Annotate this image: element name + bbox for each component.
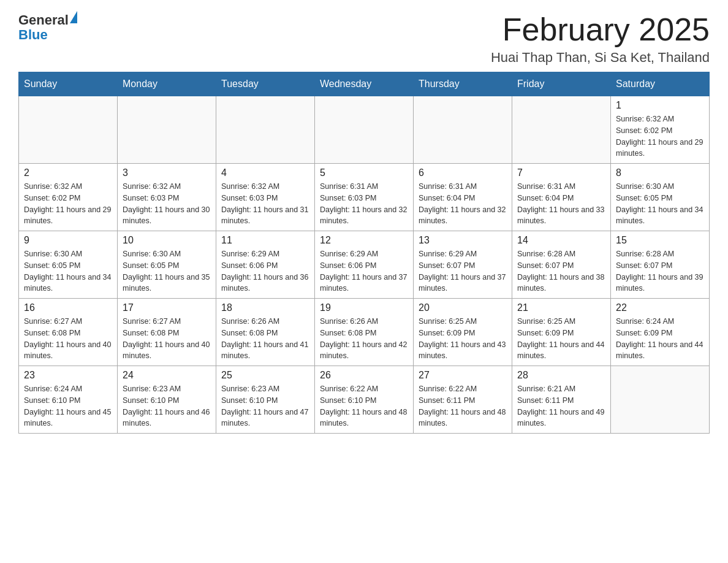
day-number: 22 (616, 302, 704, 313)
calendar-week-row: 9Sunrise: 6:30 AM Sunset: 6:05 PM Daylig… (19, 231, 710, 299)
day-info: Sunrise: 6:30 AM Sunset: 6:05 PM Dayligh… (24, 248, 112, 294)
day-number: 11 (221, 235, 309, 246)
calendar-cell: 3Sunrise: 6:32 AM Sunset: 6:03 PM Daylig… (118, 164, 216, 231)
calendar-cell: 10Sunrise: 6:30 AM Sunset: 6:05 PM Dayli… (118, 231, 216, 299)
day-number: 28 (517, 370, 605, 381)
day-info: Sunrise: 6:23 AM Sunset: 6:10 PM Dayligh… (123, 383, 211, 429)
day-number: 1 (616, 100, 704, 111)
day-info: Sunrise: 6:27 AM Sunset: 6:08 PM Dayligh… (123, 316, 211, 362)
day-info: Sunrise: 6:30 AM Sunset: 6:05 PM Dayligh… (123, 248, 211, 294)
calendar-cell (118, 96, 216, 164)
calendar-cell: 23Sunrise: 6:24 AM Sunset: 6:10 PM Dayli… (19, 366, 118, 434)
day-info: Sunrise: 6:23 AM Sunset: 6:10 PM Dayligh… (221, 383, 309, 429)
calendar-cell: 7Sunrise: 6:31 AM Sunset: 6:04 PM Daylig… (512, 164, 611, 231)
logo-text-blue: Blue (18, 27, 48, 42)
month-title: February 2025 (491, 12, 710, 47)
weekday-header-tuesday: Tuesday (216, 72, 315, 96)
calendar-cell: 15Sunrise: 6:28 AM Sunset: 6:07 PM Dayli… (611, 231, 710, 299)
calendar-cell: 18Sunrise: 6:26 AM Sunset: 6:08 PM Dayli… (216, 299, 315, 366)
calendar-cell: 9Sunrise: 6:30 AM Sunset: 6:05 PM Daylig… (19, 231, 118, 299)
day-number: 16 (24, 302, 112, 313)
calendar-cell: 16Sunrise: 6:27 AM Sunset: 6:08 PM Dayli… (19, 299, 118, 366)
calendar-week-row: 16Sunrise: 6:27 AM Sunset: 6:08 PM Dayli… (19, 299, 710, 366)
day-info: Sunrise: 6:25 AM Sunset: 6:09 PM Dayligh… (419, 316, 507, 362)
weekday-header-row: SundayMondayTuesdayWednesdayThursdayFrid… (19, 72, 710, 96)
day-number: 21 (517, 302, 605, 313)
calendar-cell (414, 96, 512, 164)
day-number: 2 (24, 167, 112, 178)
calendar-cell: 14Sunrise: 6:28 AM Sunset: 6:07 PM Dayli… (512, 231, 611, 299)
calendar-cell (512, 96, 611, 164)
calendar-cell: 20Sunrise: 6:25 AM Sunset: 6:09 PM Dayli… (414, 299, 512, 366)
day-number: 18 (221, 302, 309, 313)
day-info: Sunrise: 6:26 AM Sunset: 6:08 PM Dayligh… (221, 316, 309, 362)
day-info: Sunrise: 6:32 AM Sunset: 6:03 PM Dayligh… (123, 181, 211, 227)
day-number: 24 (123, 370, 211, 381)
calendar-cell: 28Sunrise: 6:21 AM Sunset: 6:11 PM Dayli… (512, 366, 611, 434)
day-info: Sunrise: 6:22 AM Sunset: 6:11 PM Dayligh… (419, 383, 507, 429)
day-info: Sunrise: 6:21 AM Sunset: 6:11 PM Dayligh… (517, 383, 605, 429)
day-info: Sunrise: 6:26 AM Sunset: 6:08 PM Dayligh… (320, 316, 408, 362)
calendar-cell (19, 96, 118, 164)
day-info: Sunrise: 6:32 AM Sunset: 6:03 PM Dayligh… (221, 181, 309, 227)
day-number: 7 (517, 167, 605, 178)
logo: General Blue (18, 12, 77, 42)
calendar-cell: 5Sunrise: 6:31 AM Sunset: 6:03 PM Daylig… (315, 164, 414, 231)
logo-text-general: General (18, 12, 69, 28)
page-header: General Blue February 2025 Huai Thap Tha… (18, 12, 710, 66)
calendar-cell: 24Sunrise: 6:23 AM Sunset: 6:10 PM Dayli… (118, 366, 216, 434)
day-number: 10 (123, 235, 211, 246)
day-number: 23 (24, 370, 112, 381)
day-info: Sunrise: 6:32 AM Sunset: 6:02 PM Dayligh… (24, 181, 112, 227)
day-info: Sunrise: 6:32 AM Sunset: 6:02 PM Dayligh… (616, 113, 704, 159)
calendar-cell: 19Sunrise: 6:26 AM Sunset: 6:08 PM Dayli… (315, 299, 414, 366)
calendar-header: SundayMondayTuesdayWednesdayThursdayFrid… (19, 72, 710, 96)
day-info: Sunrise: 6:31 AM Sunset: 6:04 PM Dayligh… (517, 181, 605, 227)
day-info: Sunrise: 6:29 AM Sunset: 6:06 PM Dayligh… (221, 248, 309, 294)
day-number: 6 (419, 167, 507, 178)
calendar-week-row: 2Sunrise: 6:32 AM Sunset: 6:02 PM Daylig… (19, 164, 710, 231)
day-number: 5 (320, 167, 408, 178)
day-info: Sunrise: 6:27 AM Sunset: 6:08 PM Dayligh… (24, 316, 112, 362)
calendar-cell: 17Sunrise: 6:27 AM Sunset: 6:08 PM Dayli… (118, 299, 216, 366)
calendar-cell: 13Sunrise: 6:29 AM Sunset: 6:07 PM Dayli… (414, 231, 512, 299)
calendar-cell: 6Sunrise: 6:31 AM Sunset: 6:04 PM Daylig… (414, 164, 512, 231)
calendar-cell (611, 366, 710, 434)
day-info: Sunrise: 6:31 AM Sunset: 6:03 PM Dayligh… (320, 181, 408, 227)
day-number: 27 (419, 370, 507, 381)
day-info: Sunrise: 6:25 AM Sunset: 6:09 PM Dayligh… (517, 316, 605, 362)
day-number: 12 (320, 235, 408, 246)
calendar-cell: 25Sunrise: 6:23 AM Sunset: 6:10 PM Dayli… (216, 366, 315, 434)
calendar-cell: 22Sunrise: 6:24 AM Sunset: 6:09 PM Dayli… (611, 299, 710, 366)
day-number: 19 (320, 302, 408, 313)
day-info: Sunrise: 6:30 AM Sunset: 6:05 PM Dayligh… (616, 181, 704, 227)
weekday-header-sunday: Sunday (19, 72, 118, 96)
calendar-cell (216, 96, 315, 164)
calendar-cell: 26Sunrise: 6:22 AM Sunset: 6:10 PM Dayli… (315, 366, 414, 434)
day-number: 15 (616, 235, 704, 246)
day-number: 17 (123, 302, 211, 313)
day-number: 14 (517, 235, 605, 246)
day-info: Sunrise: 6:24 AM Sunset: 6:09 PM Dayligh… (616, 316, 704, 362)
calendar-week-row: 23Sunrise: 6:24 AM Sunset: 6:10 PM Dayli… (19, 366, 710, 434)
weekday-header-friday: Friday (512, 72, 611, 96)
calendar-table: SundayMondayTuesdayWednesdayThursdayFrid… (18, 72, 710, 434)
day-number: 13 (419, 235, 507, 246)
day-info: Sunrise: 6:28 AM Sunset: 6:07 PM Dayligh… (517, 248, 605, 294)
day-info: Sunrise: 6:22 AM Sunset: 6:10 PM Dayligh… (320, 383, 408, 429)
location-title: Huai Thap Than, Si Sa Ket, Thailand (491, 50, 710, 66)
weekday-header-saturday: Saturday (611, 72, 710, 96)
title-section: February 2025 Huai Thap Than, Si Sa Ket,… (491, 12, 710, 66)
logo-arrow-icon (70, 11, 77, 23)
calendar-body: 1Sunrise: 6:32 AM Sunset: 6:02 PM Daylig… (19, 96, 710, 434)
day-info: Sunrise: 6:29 AM Sunset: 6:06 PM Dayligh… (320, 248, 408, 294)
calendar-cell: 2Sunrise: 6:32 AM Sunset: 6:02 PM Daylig… (19, 164, 118, 231)
day-info: Sunrise: 6:31 AM Sunset: 6:04 PM Dayligh… (419, 181, 507, 227)
calendar-cell: 21Sunrise: 6:25 AM Sunset: 6:09 PM Dayli… (512, 299, 611, 366)
calendar-cell: 4Sunrise: 6:32 AM Sunset: 6:03 PM Daylig… (216, 164, 315, 231)
calendar-cell: 12Sunrise: 6:29 AM Sunset: 6:06 PM Dayli… (315, 231, 414, 299)
day-info: Sunrise: 6:28 AM Sunset: 6:07 PM Dayligh… (616, 248, 704, 294)
day-number: 3 (123, 167, 211, 178)
day-number: 8 (616, 167, 704, 178)
weekday-header-thursday: Thursday (414, 72, 512, 96)
